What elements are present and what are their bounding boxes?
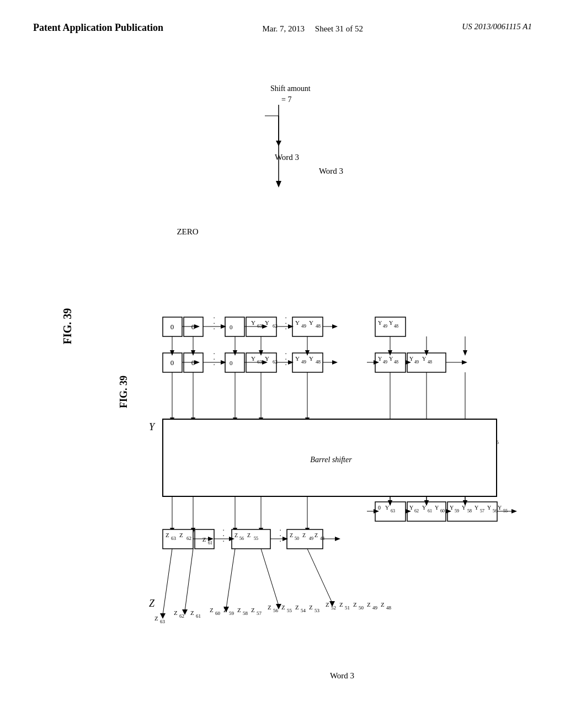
svg-text:Z: Z	[179, 532, 183, 538]
svg-text:Y: Y	[309, 319, 313, 326]
svg-text:Y: Y	[295, 319, 300, 326]
svg-text:Y: Y	[295, 355, 300, 362]
svg-text:51: 51	[345, 605, 350, 611]
svg-text:62: 62	[273, 323, 278, 329]
svg-text:57: 57	[257, 611, 262, 616]
svg-text:Y: Y	[422, 505, 426, 511]
svg-text:50: 50	[295, 536, 299, 541]
shift-value: = 7	[281, 95, 291, 104]
svg-text:Z: Z	[237, 607, 241, 613]
svg-text:Y: Y	[251, 355, 255, 362]
svg-marker-222	[462, 360, 467, 365]
svg-text:Z: Z	[251, 607, 255, 613]
svg-marker-116	[335, 537, 340, 541]
svg-text:Z: Z	[309, 604, 313, 611]
input2-cell-0-3	[225, 317, 244, 336]
page-header: Patent Application Publication Mar. 7, 2…	[0, 0, 565, 35]
svg-text:Y: Y	[475, 505, 478, 511]
svg-text:60: 60	[440, 508, 445, 513]
svg-text:Barrel shifter: Barrel shifter	[310, 456, 352, 464]
svg-text:62: 62	[414, 508, 419, 513]
svg-text:48: 48	[316, 323, 321, 329]
svg-text:Z: Z	[234, 532, 238, 538]
svg-marker-247	[276, 181, 281, 188]
zero-label: ZERO	[177, 227, 198, 236]
svg-marker-66	[332, 324, 338, 329]
svg-text:48: 48	[428, 360, 432, 365]
svg-text:Z: Z	[190, 609, 194, 616]
svg-text:60: 60	[215, 611, 221, 616]
svg-text:56: 56	[239, 536, 244, 541]
svg-text:58: 58	[243, 611, 248, 616]
svg-text:Z: Z	[381, 601, 385, 608]
svg-text:59: 59	[455, 508, 459, 513]
diagram-svg: Shift amount = 7 Word 3 ZERO Y Z Word 3 …	[77, 77, 530, 711]
svg-text:Z: Z	[268, 604, 271, 611]
svg-text:61: 61	[428, 508, 432, 513]
svg-text:48: 48	[316, 359, 321, 365]
svg-text:·: ·	[285, 349, 286, 357]
svg-line-157	[307, 549, 332, 603]
svg-text:Z: Z	[367, 601, 371, 608]
svg-text:Y: Y	[422, 356, 426, 362]
svg-text:Z: Z	[315, 532, 318, 538]
svg-text:Y: Y	[487, 505, 491, 511]
svg-marker-28	[332, 360, 338, 365]
svg-text:49: 49	[414, 360, 419, 365]
svg-text:Z: Z	[326, 601, 329, 608]
word3-label-top: Word 3	[319, 167, 343, 175]
svg-text:Z: Z	[166, 532, 169, 538]
svg-text:Z: Z	[295, 604, 299, 611]
svg-text:56: 56	[493, 508, 497, 513]
svg-text:Y: Y	[498, 505, 502, 511]
svg-text:Z: Z	[154, 615, 158, 622]
patent-number: US 2013/0061115 A1	[462, 22, 532, 31]
svg-text:63: 63	[391, 508, 395, 513]
svg-line-155	[261, 549, 279, 606]
svg-text:·: ·	[279, 526, 281, 534]
svg-text:Y: Y	[462, 505, 466, 511]
svg-text:Y: Y	[385, 505, 389, 511]
header-center: Mar. 7, 2013 Sheet 31 of 52	[262, 22, 363, 35]
svg-text:55: 55	[254, 536, 258, 541]
figure-label: FIG. 39	[61, 308, 74, 345]
svg-text:Z: Z	[210, 607, 214, 613]
svg-text:Y: Y	[265, 319, 269, 326]
svg-text:Z: Z	[202, 536, 206, 543]
svg-text:Y: Y	[389, 356, 393, 362]
publication-title: Patent Application Publication	[33, 22, 163, 34]
svg-text:63: 63	[160, 619, 166, 624]
svg-text:·: ·	[285, 313, 286, 322]
svg-text:63: 63	[171, 536, 177, 541]
svg-text:53: 53	[315, 608, 320, 613]
svg-text:61: 61	[208, 540, 212, 545]
svg-text:48: 48	[394, 324, 398, 329]
svg-text:57: 57	[480, 508, 484, 513]
svg-text:Z: Z	[247, 532, 250, 538]
svg-text:Y: Y	[409, 356, 413, 362]
svg-marker-245	[463, 350, 467, 356]
svg-text:Y: Y	[251, 319, 255, 326]
fig-label: FIG. 39	[118, 376, 129, 408]
y-label: Y	[149, 421, 156, 432]
svg-text:Z: Z	[339, 601, 343, 608]
svg-text:Y: Y	[409, 505, 413, 511]
svg-text:0: 0	[230, 360, 233, 366]
svg-text:48: 48	[386, 605, 392, 611]
svg-text:Y: Y	[378, 356, 382, 362]
svg-text:0: 0	[170, 358, 174, 367]
svg-text:61: 61	[196, 613, 201, 619]
svg-text:49: 49	[383, 360, 387, 365]
svg-text:0: 0	[230, 324, 233, 330]
svg-text:Z: Z	[281, 604, 285, 611]
svg-line-149	[163, 549, 172, 615]
svg-text:·: ·	[222, 526, 224, 534]
svg-text:Y: Y	[378, 320, 382, 326]
word3-bottom-label: Word 3	[330, 671, 354, 680]
svg-line-151	[185, 549, 193, 611]
svg-text:Z: Z	[353, 601, 357, 608]
svg-text:0: 0	[170, 323, 174, 331]
svg-text:58: 58	[467, 508, 472, 513]
svg-text:54: 54	[301, 608, 306, 613]
svg-text:56: 56	[273, 608, 279, 613]
